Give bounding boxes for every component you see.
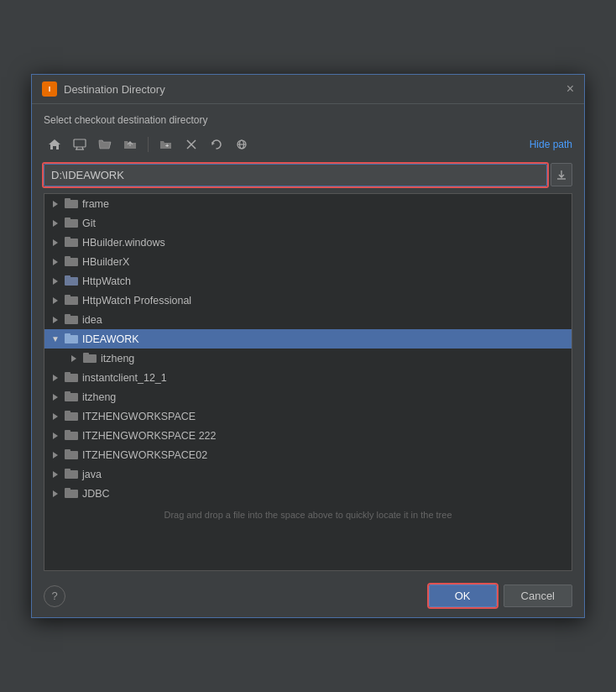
help-button[interactable]: ? [44,585,65,607]
tree-item-label: java [82,469,102,480]
tree-item-label: IDEAWORK [82,333,139,345]
tree-item[interactable]: idea [44,310,572,329]
home-button[interactable] [44,134,65,155]
svg-text:+: + [165,142,170,149]
directory-tree[interactable]: frame Git HBuilder.windows HBuilderX Htt… [44,193,572,571]
svg-rect-3 [74,139,86,147]
tree-item[interactable]: java [44,464,572,484]
new-folder-button[interactable]: + [155,134,177,155]
refresh-button[interactable] [206,134,227,155]
tree-toggle-arrow[interactable]: ▼ [50,333,61,345]
svg-marker-14 [53,201,58,207]
tree-toggle-arrow[interactable] [50,218,61,229]
path-input[interactable] [44,164,547,186]
path-input-wrapper [44,164,547,186]
tree-item[interactable]: ITZHENGWORKSPACE 222 [44,426,572,445]
tree-toggle-arrow[interactable] [50,295,61,307]
tree-item-label: ITZHENGWORKSPACE [82,411,196,422]
tree-item-label: HBuilderX [82,256,129,268]
tree-item-label: instantclient_12_1 [82,372,167,384]
svg-marker-29 [53,297,58,304]
tree-item[interactable]: ITZHENGWORKSPACE02 [44,445,572,464]
tree-toggle-arrow[interactable] [50,449,61,461]
toolbar: + Hi [44,133,572,156]
folder-icon [65,274,79,288]
tree-item-label: itzheng [82,391,116,403]
svg-rect-25 [65,256,70,260]
tree-item-label: ITZHENGWORKSPACE 222 [82,430,217,442]
tree-item[interactable]: HttpWatch Professional [44,291,572,310]
desktop-button[interactable] [69,134,91,155]
tree-toggle-arrow[interactable] [50,275,61,287]
tree-item[interactable]: itzheng [44,349,572,368]
tree-item-label: idea [82,314,102,326]
svg-marker-52 [53,452,58,459]
tree-item[interactable]: frame [44,194,572,213]
svg-marker-58 [53,490,58,497]
svg-rect-22 [65,237,70,240]
tree-item[interactable]: HBuilder.windows [44,233,572,252]
tree-item[interactable]: ▼ IDEAWORK [44,329,572,349]
tree-item-label: JDBC [82,488,110,500]
tree-item[interactable]: ITZHENGWORKSPACE [44,406,572,426]
tree-toggle-arrow[interactable] [50,314,61,326]
svg-rect-36 [65,333,70,337]
svg-marker-20 [53,239,58,246]
tree-item-label: HttpWatch Professional [82,295,191,307]
tree-toggle-arrow[interactable] [50,237,61,249]
cancel-button[interactable]: Cancel [504,585,572,607]
svg-rect-16 [65,198,70,202]
title-bar-left: I Destination Directory [42,81,165,97]
folder-icon [65,428,79,443]
tree-toggle-arrow[interactable] [50,372,61,384]
folder-icon [65,216,79,230]
tree-item-label: HBuilder.windows [82,237,165,249]
tree-item-label: Git [82,218,96,229]
tree-item-label: ITZHENGWORKSPACE02 [82,449,207,461]
tree-toggle-arrow[interactable] [50,256,61,268]
folder-icon [65,293,79,307]
svg-marker-43 [53,394,58,401]
hide-path-button[interactable]: Hide path [530,139,572,150]
tree-toggle-arrow[interactable] [50,430,61,442]
tree-item[interactable]: itzheng [44,387,572,406]
tree-item[interactable]: HBuilderX [44,252,572,271]
tree-item-label: itzheng [101,353,134,364]
svg-rect-34 [65,314,70,317]
up-folder-button[interactable] [119,134,141,155]
tree-toggle-arrow[interactable] [50,391,61,403]
svg-marker-55 [53,471,58,478]
destination-directory-dialog: I Destination Directory × Select checkou… [31,74,585,618]
tree-toggle-arrow[interactable] [68,353,80,364]
dialog-footer: ? OK Cancel [32,578,584,617]
tree-item[interactable]: instantclient_12_1 [44,368,572,387]
svg-rect-57 [65,469,70,472]
network-button[interactable] [231,134,253,155]
title-bar: I Destination Directory × [32,75,584,104]
tree-toggle-arrow[interactable] [50,198,61,210]
tree-item-label: frame [82,198,109,210]
svg-marker-32 [53,317,58,323]
svg-rect-60 [65,488,70,491]
folder-icon [65,197,79,211]
svg-marker-37 [71,355,76,362]
tree-item[interactable]: HttpWatch [44,271,572,291]
svg-rect-39 [83,353,89,356]
tree-item[interactable]: Git [44,213,572,233]
svg-marker-23 [53,259,58,265]
tree-toggle-arrow[interactable] [50,411,61,422]
toolbar-separator [148,137,149,152]
svg-marker-26 [53,278,58,285]
close-button[interactable]: × [566,82,574,96]
svg-rect-51 [65,430,70,433]
ok-button[interactable]: OK [429,585,497,607]
folder-icon [65,486,79,501]
delete-button[interactable] [180,134,202,155]
tree-toggle-arrow[interactable] [50,488,61,500]
tree-item[interactable]: JDBC [44,484,572,503]
svg-rect-48 [65,411,70,414]
browse-button[interactable] [551,163,572,186]
folder-icon [65,409,79,423]
folder-open-button[interactable] [94,134,116,155]
tree-toggle-arrow[interactable] [50,469,61,480]
